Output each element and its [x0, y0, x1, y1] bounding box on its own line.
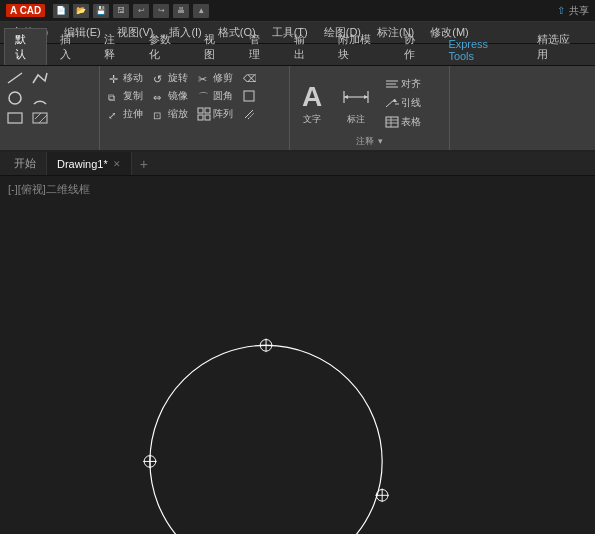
leader-label: 引线 — [401, 96, 421, 110]
tab-drawing1[interactable]: Drawing1* ✕ — [47, 152, 132, 175]
array-label: 阵列 — [213, 107, 233, 121]
rect-shape — [6, 111, 24, 125]
publish-icon[interactable]: ▲ — [193, 4, 209, 18]
tab-output[interactable]: 输出 — [283, 28, 326, 65]
svg-rect-13 — [244, 91, 254, 101]
move-icon: ✛ — [107, 71, 121, 85]
btn-text-large[interactable]: A 文字 — [294, 70, 330, 136]
tab-insert[interactable]: 插入 — [49, 28, 92, 65]
svg-text:⧉: ⧉ — [108, 92, 115, 103]
btn-stretch-right[interactable] — [239, 88, 259, 104]
btn-dimension-large[interactable]: 标注 — [334, 70, 378, 136]
move-label: 移动 — [123, 71, 143, 85]
btn-copy[interactable]: ⧉ 复制 — [104, 88, 146, 104]
ribbon-group-annotation: A 文字 标注 对齐 — [290, 66, 450, 150]
cad-logo: A CAD — [6, 4, 45, 17]
svg-rect-19 — [205, 115, 210, 120]
tab-view[interactable]: 视图 — [193, 28, 236, 65]
hatch-shape — [31, 111, 49, 125]
svg-text:⌒: ⌒ — [198, 91, 209, 103]
btn-fillet[interactable]: ⌒ 圆角 — [194, 88, 236, 104]
save-icon[interactable]: 💾 — [93, 4, 109, 18]
title-bar: A CAD 📄 📂 💾 🖫 ↩ ↪ 🖶 ▲ ⇧ 共享 — [0, 0, 595, 22]
btn-align[interactable]: 对齐 — [382, 76, 424, 92]
btn-trim[interactable]: ✂ 修剪 — [194, 70, 236, 86]
circle-drawing — [150, 345, 382, 534]
btn-table[interactable]: 表格 — [382, 114, 424, 130]
draw-row-1 — [4, 70, 95, 126]
draw-arc-icon — [29, 89, 51, 107]
tab-featured[interactable]: 精选应用 — [526, 28, 589, 65]
redo-icon[interactable]: ↪ — [153, 4, 169, 18]
tab-express[interactable]: Express Tools — [437, 34, 523, 65]
copy-icon: ⧉ — [107, 89, 121, 103]
svg-text:⌫: ⌫ — [243, 73, 256, 84]
leader-icon — [385, 97, 399, 109]
dimension-icon — [340, 81, 372, 113]
svg-line-0 — [8, 73, 22, 83]
saveas-icon[interactable]: 🖫 — [113, 4, 129, 18]
btn-move[interactable]: ✛ 移动 — [104, 70, 146, 86]
svg-text:↺: ↺ — [153, 73, 162, 85]
tab-annotate[interactable]: 注释 — [93, 28, 136, 65]
open-icon[interactable]: 📂 — [73, 4, 89, 18]
new-icon[interactable]: 📄 — [53, 4, 69, 18]
undo-icon[interactable]: ↩ — [133, 4, 149, 18]
ribbon-group-modify: ✛ 移动 ↺ 旋转 ✂ 修剪 ⌫ ⧉ 复制 ⇔ 镜像 — [100, 66, 290, 150]
scale-label: 缩放 — [168, 107, 188, 121]
btn-array[interactable]: 阵列 — [194, 106, 236, 122]
rotate-icon: ↺ — [152, 71, 166, 85]
crosshair-left — [143, 455, 157, 469]
svg-line-5 — [39, 115, 47, 123]
btn-stretch[interactable]: ⤢ 拉伸 — [104, 106, 146, 122]
mirror-icon: ⇔ — [152, 89, 166, 103]
drawing1-label: Drawing1* — [57, 158, 108, 170]
tab-add-button[interactable]: + — [132, 153, 156, 175]
dimension-label: 标注 — [347, 113, 365, 126]
ribbon-panel: 绘图 ▾ 直线 多段线 圆 圆弧 ✛ 移动 ↺ 旋转 ✂ 修剪 ⌫ — [0, 66, 595, 152]
modify-row-2: ⧉ 复制 ⇔ 镜像 ⌒ 圆角 — [104, 88, 285, 104]
btn-offset[interactable] — [239, 106, 259, 122]
title-icons: 📄 📂 💾 🖫 ↩ ↪ 🖶 ▲ — [53, 4, 209, 18]
btn-erase[interactable]: ⌫ — [239, 70, 261, 86]
anno-group-arrow[interactable]: ▾ — [378, 136, 383, 146]
btn-rotate[interactable]: ↺ 旋转 — [149, 70, 191, 86]
array-icon — [197, 107, 211, 121]
doc-tabs: 开始 Drawing1* ✕ + — [0, 152, 595, 176]
fillet-icon: ⌒ — [197, 89, 211, 103]
btn-scale[interactable]: ⊡ 缩放 — [149, 106, 191, 122]
svg-rect-18 — [198, 115, 203, 120]
anno-small-btns: 对齐 引线 表格 — [382, 70, 424, 136]
table-label: 表格 — [401, 115, 421, 129]
draw-circle-icon — [4, 89, 26, 107]
tab-addons[interactable]: 附加模块 — [327, 28, 390, 65]
tab-parametric[interactable]: 参数化 — [138, 28, 191, 65]
svg-rect-16 — [198, 108, 203, 113]
scale-icon: ⊡ — [152, 107, 166, 121]
fillet-label: 圆角 — [213, 89, 233, 103]
svg-text:✛: ✛ — [109, 73, 118, 85]
tab-default[interactable]: 默认 — [4, 28, 47, 65]
btn-leader[interactable]: 引线 — [382, 95, 424, 111]
align-icon — [385, 78, 399, 90]
title-share[interactable]: ⇧ 共享 — [557, 4, 589, 18]
rotate-label: 旋转 — [168, 71, 188, 85]
svg-rect-31 — [386, 117, 398, 127]
offset-icon — [242, 107, 256, 121]
crosshair-right — [375, 489, 389, 503]
panel-icon — [242, 89, 256, 103]
tab-start[interactable]: 开始 — [4, 152, 47, 175]
btn-mirror[interactable]: ⇔ 镜像 — [149, 88, 191, 104]
print-icon[interactable]: 🖶 — [173, 4, 189, 18]
tab-manage[interactable]: 管理 — [238, 28, 281, 65]
drawing1-close[interactable]: ✕ — [113, 159, 121, 169]
svg-text:✂: ✂ — [198, 73, 207, 85]
ribbon-tabs: 默认 插入 注释 参数化 视图 管理 输出 附加模块 协作 Express To… — [0, 44, 595, 66]
anno-footer: 注释 ▾ — [290, 134, 449, 148]
draw-rect-icon — [4, 110, 26, 126]
draw-hatch-icon — [29, 110, 51, 126]
viewport: [-][俯视]二维线框 — [0, 176, 595, 534]
svg-marker-23 — [344, 95, 348, 99]
align-label: 对齐 — [401, 77, 421, 91]
tab-collaborate[interactable]: 协作 — [393, 28, 436, 65]
